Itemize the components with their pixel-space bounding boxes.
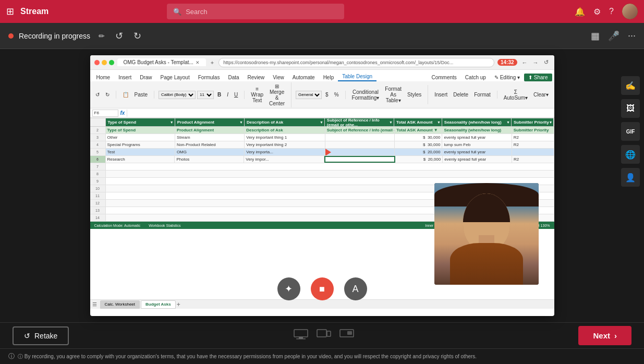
- cell-2-7[interactable]: Submitter Priority: [512, 127, 554, 134]
- font-family-select[interactable]: Calibri (Body): [159, 91, 196, 99]
- ribbon-tab-page-layout[interactable]: Page Layout: [156, 74, 194, 81]
- cell-styles-btn[interactable]: Styles: [405, 91, 423, 99]
- conditional-format-btn[interactable]: Conditional Formatting▾: [350, 88, 382, 102]
- more-options-icon[interactable]: ···: [628, 30, 636, 41]
- cell-5-5[interactable]: $ 20,000: [395, 149, 442, 155]
- filter-icon-2[interactable]: ▼: [239, 120, 243, 124]
- user-avatar[interactable]: [622, 4, 638, 19]
- cell-4-6[interactable]: lump sum Feb: [442, 141, 512, 148]
- cell-3-4[interactable]: [325, 134, 395, 141]
- side-icon-user[interactable]: 👤: [621, 168, 640, 187]
- browser-minimize-btn[interactable]: [102, 60, 107, 65]
- cell-4-2[interactable]: Non-Product Related: [175, 141, 245, 148]
- cell-5-7[interactable]: [512, 149, 554, 155]
- side-icon-pen[interactable]: ✍: [621, 76, 640, 95]
- cell-3-1[interactable]: Other: [106, 134, 175, 141]
- help-icon[interactable]: ?: [609, 7, 614, 16]
- cell-5-4[interactable]: [325, 149, 395, 155]
- notification-icon[interactable]: 🔔: [575, 7, 585, 17]
- add-sheet-btn[interactable]: +: [177, 301, 180, 308]
- filter-icon-6[interactable]: ▼: [506, 120, 510, 124]
- pen-button[interactable]: ✏: [96, 30, 107, 42]
- browser-tab[interactable]: OMG Budget Asks - Templat... ✕: [117, 58, 206, 66]
- cell-6-4[interactable]: [324, 156, 395, 163]
- cell-6-5[interactable]: $ 20,000: [395, 156, 443, 163]
- browser-refresh-btn[interactable]: ↺: [542, 58, 550, 66]
- insert-cells-btn[interactable]: Insert: [432, 91, 449, 99]
- underline-btn[interactable]: U: [232, 91, 240, 99]
- next-button[interactable]: Next ›: [578, 326, 631, 345]
- ribbon-tab-help[interactable]: Help: [319, 74, 338, 81]
- cell-2-2[interactable]: Product Alignment: [175, 127, 245, 134]
- filter-icon-5[interactable]: ▼: [437, 120, 441, 124]
- cell-3-6[interactable]: evenly spread full year: [442, 134, 512, 141]
- editing-btn[interactable]: ✎ Editing ▾: [490, 74, 524, 81]
- side-icon-image[interactable]: 🖼: [621, 99, 640, 118]
- cell-6-6[interactable]: evenly spread full year: [443, 156, 512, 163]
- filter-icon-4[interactable]: ▼: [389, 120, 393, 124]
- cell-3-5[interactable]: $ 30,000: [395, 134, 442, 141]
- browser-close-btn[interactable]: [94, 60, 100, 65]
- cell-4-3[interactable]: Very important thing 2: [245, 141, 325, 148]
- cell-5-6[interactable]: evenly spread full year: [442, 149, 512, 155]
- font-size-select[interactable]: 11: [197, 91, 214, 99]
- ribbon-tab-data[interactable]: Data: [224, 74, 243, 81]
- name-box[interactable]: F6: [92, 110, 118, 117]
- filter-icon-7[interactable]: ▼: [549, 120, 553, 124]
- sheet-nav-icon[interactable]: ☰: [92, 301, 97, 307]
- browser-tab-close-icon[interactable]: ✕: [196, 60, 200, 65]
- ribbon-tab-formulas[interactable]: Formulas: [194, 74, 224, 81]
- ribbon-tab-view[interactable]: View: [269, 74, 288, 81]
- bold-btn[interactable]: B: [215, 91, 223, 99]
- cell-5-3[interactable]: Very importa...: [245, 149, 325, 155]
- autosum-btn[interactable]: Σ AutoSum▾: [502, 88, 530, 102]
- browser-address-bar[interactable]: https://contosodrones-my.sharepoint.com/…: [218, 58, 494, 67]
- text-overlay-btn[interactable]: A: [344, 277, 367, 300]
- sort-btn[interactable]: Sort & Filter▾: [552, 85, 554, 104]
- undo-button[interactable]: ↺: [113, 28, 125, 44]
- screen-select-btn-3[interactable]: [339, 329, 354, 342]
- ribbon-tab-automate[interactable]: Automate: [288, 74, 319, 81]
- cell-3-7[interactable]: R2: [512, 134, 554, 141]
- redo-button[interactable]: ↻: [131, 28, 143, 44]
- effects-btn[interactable]: ✦: [277, 277, 300, 300]
- browser-back-btn[interactable]: ←: [520, 59, 529, 66]
- cell-4-4[interactable]: [325, 141, 395, 148]
- search-input[interactable]: [186, 8, 338, 16]
- browser-forward-btn[interactable]: →: [531, 59, 540, 66]
- mic-icon[interactable]: 🎤: [608, 30, 619, 42]
- ribbon-tab-review[interactable]: Review: [244, 74, 269, 81]
- cell-6-7[interactable]: R2: [512, 156, 554, 163]
- catch-up-btn[interactable]: Catch up: [461, 74, 490, 81]
- format-as-table-btn[interactable]: Format As Table▾: [383, 85, 404, 104]
- browser-maximize-btn[interactable]: [109, 60, 114, 65]
- ribbon-tab-insert[interactable]: Insert: [114, 74, 136, 81]
- redo-toolbar-btn[interactable]: ↻: [103, 91, 112, 99]
- wrap-text-btn[interactable]: ≡ Wrap Text: [249, 85, 265, 104]
- sheet-tab-budget[interactable]: Budget Asks: [141, 300, 176, 309]
- comments-btn[interactable]: Comments: [428, 74, 461, 81]
- side-icon-gif[interactable]: GIF: [621, 122, 640, 141]
- cell-2-1[interactable]: Type of Spend: [106, 127, 175, 134]
- cell-2-3[interactable]: Description of Ask: [245, 127, 325, 134]
- screen-select-btn-1[interactable]: [294, 329, 308, 342]
- paste-btn[interactable]: Paste: [132, 91, 150, 99]
- cell-4-5[interactable]: $ 30,000: [395, 141, 442, 148]
- cell-2-6[interactable]: Seasonality (when/how long): [442, 127, 512, 134]
- percent-btn[interactable]: %: [332, 91, 341, 99]
- cell-5-2[interactable]: OMG: [175, 149, 245, 155]
- formula-content[interactable]: [127, 110, 552, 117]
- delete-cells-btn[interactable]: Delete: [451, 91, 470, 99]
- fill-btn[interactable]: Clear▾: [531, 91, 551, 99]
- stop-recording-btn[interactable]: ■: [311, 277, 334, 300]
- cell-4-1[interactable]: Special Programs: [106, 141, 175, 148]
- cell-3-2[interactable]: Stream: [175, 134, 245, 141]
- cell-2-4[interactable]: Subject of Reference / Info (email or ot…: [325, 127, 395, 134]
- cell-4-7[interactable]: R2: [512, 141, 554, 148]
- cell-3-3[interactable]: Very important thing 1: [245, 134, 325, 141]
- clipboard-btn[interactable]: 📋: [120, 91, 131, 99]
- search-box[interactable]: 🔍: [167, 4, 344, 19]
- ribbon-tab-draw[interactable]: Draw: [136, 74, 156, 81]
- browser-add-tab-btn[interactable]: +: [209, 59, 215, 66]
- undo-toolbar-btn[interactable]: ↺: [93, 91, 102, 99]
